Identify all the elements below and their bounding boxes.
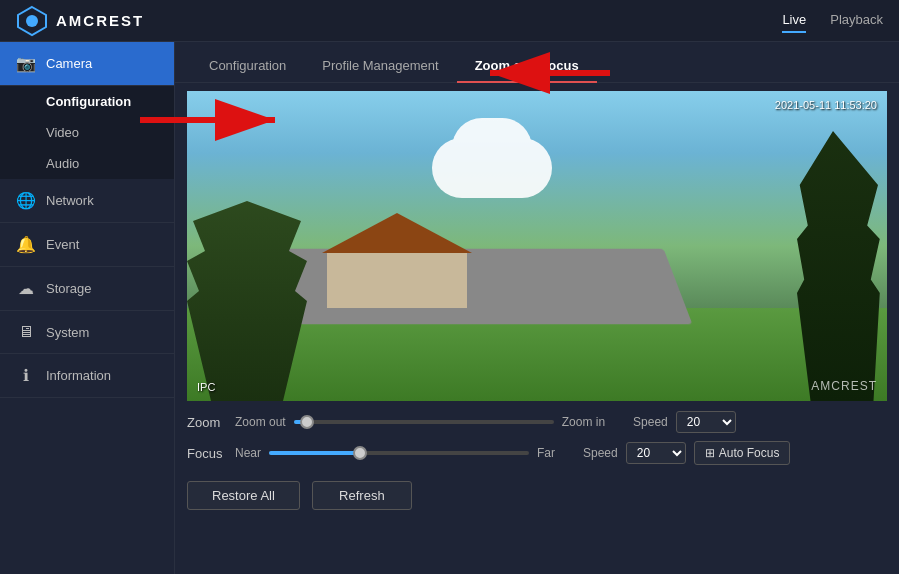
sidebar-item-system[interactable]: 🖥 System <box>0 311 174 354</box>
network-icon: 🌐 <box>16 191 36 210</box>
sidebar-network-label: Network <box>46 193 94 208</box>
sidebar-item-storage[interactable]: ☁ Storage <box>0 267 174 311</box>
storage-icon: ☁ <box>16 279 36 298</box>
sidebar-event-label: Event <box>46 237 79 252</box>
sidebar-sub-audio[interactable]: Audio <box>0 148 174 179</box>
focus-speed-select[interactable]: 20 1 2 5 10 50 100 <box>626 442 686 464</box>
logo-icon <box>16 5 48 37</box>
house <box>327 228 467 308</box>
logo: AMCREST <box>16 5 144 37</box>
top-nav-links: Live Playback <box>782 8 883 33</box>
sidebar-sub-configuration[interactable]: Configuration <box>0 86 174 117</box>
house-roof <box>322 213 472 253</box>
tab-configuration[interactable]: Configuration <box>191 50 304 83</box>
sidebar: 📷 Camera Configuration Video Audio 🌐 Net… <box>0 42 175 574</box>
zoom-label: Zoom <box>187 415 227 430</box>
video-watermark: AMCREST <box>811 379 877 393</box>
cloud <box>432 138 552 198</box>
restore-all-button[interactable]: Restore All <box>187 481 300 510</box>
event-icon: 🔔 <box>16 235 36 254</box>
sidebar-item-event[interactable]: 🔔 Event <box>0 223 174 267</box>
focus-far-label: Far <box>537 446 555 460</box>
zoom-speed-label: Speed <box>633 415 668 429</box>
sidebar-item-camera[interactable]: 📷 Camera <box>0 42 174 86</box>
zoom-control-row: Zoom Zoom out Zoom in Speed 20 1 2 5 10 <box>187 411 887 433</box>
sidebar-item-information[interactable]: ℹ Information <box>0 354 174 398</box>
focus-control-row: Focus Near Far Speed 20 1 2 5 10 50 <box>187 441 887 465</box>
tabs-bar: Configuration Profile Management Zoom an… <box>175 42 899 83</box>
zoom-slider[interactable] <box>294 420 554 424</box>
video-ipc-label: IPC <box>197 381 215 393</box>
camera-icon: 📷 <box>16 54 36 73</box>
focus-slider[interactable] <box>269 451 529 455</box>
focus-speed-label: Speed <box>583 446 618 460</box>
svg-point-1 <box>26 15 38 27</box>
auto-focus-icon: ⊞ <box>705 446 715 460</box>
focus-near-label: Near <box>235 446 261 460</box>
auto-focus-label: Auto Focus <box>719 446 780 460</box>
top-nav: AMCREST Live Playback <box>0 0 899 42</box>
road <box>242 248 693 324</box>
zoom-speed-select[interactable]: 20 1 2 5 10 50 100 <box>676 411 736 433</box>
video-timestamp: 2021-05-11 11:53:20 <box>775 99 877 111</box>
logo-text: AMCREST <box>56 12 144 29</box>
sidebar-storage-label: Storage <box>46 281 92 296</box>
tree-right <box>797 131 887 401</box>
focus-label: Focus <box>187 446 227 461</box>
tab-profile-management[interactable]: Profile Management <box>304 50 456 83</box>
video-container: 2021-05-11 11:53:20 IPC AMCREST <box>187 91 887 401</box>
refresh-button[interactable]: Refresh <box>312 481 412 510</box>
bottom-buttons: Restore All Refresh <box>175 477 899 518</box>
auto-focus-button[interactable]: ⊞ Auto Focus <box>694 441 791 465</box>
main-layout: 📷 Camera Configuration Video Audio 🌐 Net… <box>0 42 899 574</box>
sidebar-item-network[interactable]: 🌐 Network <box>0 179 174 223</box>
house-body <box>327 253 467 308</box>
sidebar-camera-sub: Configuration Video Audio <box>0 86 174 179</box>
sidebar-information-label: Information <box>46 368 111 383</box>
video-feed: 2021-05-11 11:53:20 IPC AMCREST <box>187 91 887 401</box>
nav-live[interactable]: Live <box>782 8 806 33</box>
tree-left <box>187 201 307 401</box>
nav-playback[interactable]: Playback <box>830 8 883 33</box>
zoom-in-label: Zoom in <box>562 415 605 429</box>
sidebar-sub-video[interactable]: Video <box>0 117 174 148</box>
content-area: Configuration Profile Management Zoom an… <box>175 42 899 574</box>
controls-area: Zoom Zoom out Zoom in Speed 20 1 2 5 10 <box>175 405 899 477</box>
system-icon: 🖥 <box>16 323 36 341</box>
sidebar-camera-label: Camera <box>46 56 92 71</box>
sidebar-system-label: System <box>46 325 89 340</box>
tab-zoom-focus[interactable]: Zoom and Focus <box>457 50 597 83</box>
camera-content: 2021-05-11 11:53:20 IPC AMCREST Zoom Zoo… <box>175 83 899 574</box>
information-icon: ℹ <box>16 366 36 385</box>
zoom-out-label: Zoom out <box>235 415 286 429</box>
